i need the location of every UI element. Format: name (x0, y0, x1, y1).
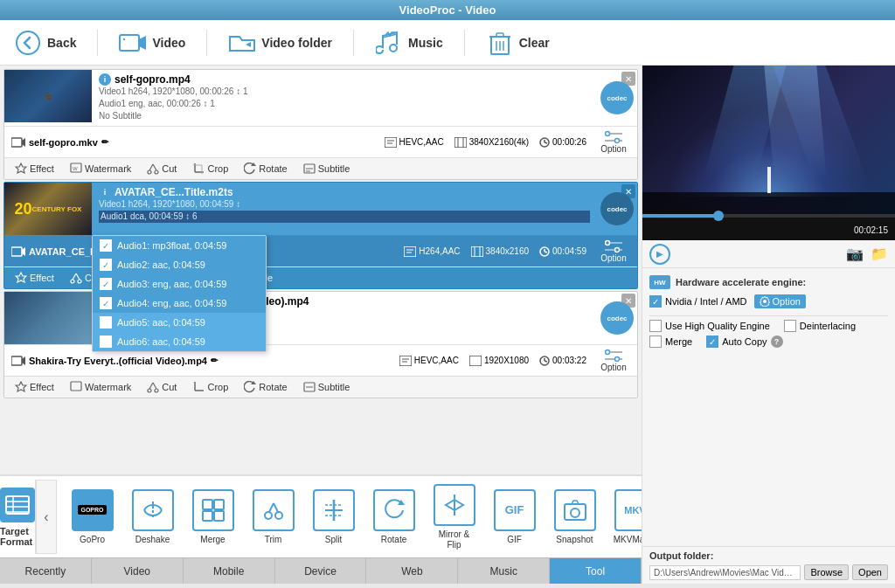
svg-text:W: W (73, 166, 78, 171)
audio-option-6[interactable]: Audio6: aac, 0:04:59 (93, 332, 266, 351)
camera-button[interactable]: 📷 (846, 246, 864, 262)
sep4 (464, 30, 465, 56)
tab-web[interactable]: Web (366, 558, 458, 584)
effect-btn-1[interactable]: Effect (8, 160, 61, 177)
format-nav-left[interactable]: ‹ (36, 480, 57, 554)
format-item-rotate[interactable]: Rotate (365, 489, 422, 545)
subtitle-btn-1[interactable]: Subtitle (296, 160, 357, 177)
option-button-3[interactable]: Option (597, 349, 630, 372)
format-item-trim[interactable]: Trim (245, 489, 302, 545)
watermark-btn-3[interactable]: Watermark (63, 378, 138, 396)
format-item-mkvmaker[interactable]: MKV MKVMaker (607, 489, 642, 545)
format-target-icon (0, 488, 35, 522)
codec-button-3[interactable]: codec (600, 301, 634, 335)
svg-line-103 (268, 503, 274, 513)
effect-btn-3[interactable]: Effect (8, 378, 61, 396)
video-button[interactable]: Video (119, 29, 185, 57)
tab-device[interactable]: Device (275, 558, 367, 584)
video-stream-2: Video1 h264, 1920*1080, 00:04:59 ↕ (99, 198, 590, 211)
autocopy-checkbox-label[interactable]: Auto Copy ? (706, 336, 782, 348)
output-props-2: H264,AAC 3840x2160 00:04:59 (404, 246, 586, 257)
format-item-mirror-flip[interactable]: Mirror &Flip (426, 484, 482, 550)
svg-rect-8 (496, 33, 503, 37)
crop-btn-3[interactable]: Crop (185, 378, 235, 396)
merge-checkbox-label[interactable]: Merge (649, 336, 692, 348)
audio-stream-2: Audio1 dca, 00:04:59 ↕ 6 (99, 211, 590, 223)
video-label: Video (152, 36, 185, 50)
svg-line-59 (76, 273, 80, 280)
edit-icon-3[interactable]: ✏ (211, 356, 218, 365)
format-item-gif[interactable]: GIF GIF (486, 489, 543, 545)
hw-option-button[interactable]: Option (754, 294, 806, 308)
audio-option-1[interactable]: Audio1: mp3float, 0:04:59 (93, 236, 266, 255)
format-scroll: ‹ GOPRO GoPro Deshake (36, 480, 642, 554)
svg-point-78 (615, 357, 620, 362)
effect-btn-2[interactable]: Effect (8, 269, 61, 287)
codec-section-2: codec (597, 183, 637, 235)
deinterlacing-checkbox-label[interactable]: Deinterlacing (784, 320, 856, 332)
subtitle-1: No Subtitle (99, 110, 590, 122)
video-folder-button[interactable]: Video folder (228, 29, 332, 57)
autocopy-checkbox (706, 336, 718, 348)
format-item-snapshot[interactable]: Snapshot (546, 489, 603, 545)
option-label-2: Option (600, 253, 626, 263)
bottom-tabs: Recently Video Mobile Device Web Music T… (0, 557, 642, 584)
edit-icon-1[interactable]: ✏ (101, 137, 108, 147)
edit-toolbar-3: Effect Watermark Cut Crop (4, 376, 637, 398)
left-panel: ✕ 🎥 i self-gopro.mp4 (0, 66, 642, 584)
tab-recently[interactable]: Recently (0, 558, 92, 584)
preview-area: 00:02:15 (642, 66, 895, 240)
format-icon-rotate (373, 489, 415, 531)
format-item-merge[interactable]: Merge (184, 489, 241, 545)
option-button-2[interactable]: Option (597, 239, 630, 263)
audio-option-5[interactable]: Audio5: aac, 0:04:59 (93, 313, 266, 332)
folder-button[interactable]: 📁 (871, 246, 888, 262)
svg-rect-13 (385, 137, 397, 148)
rotate-btn-3[interactable]: Rotate (237, 378, 294, 396)
thumb-avatar: 20CENTURY FOX (4, 183, 92, 235)
format-label-gif: GIF (507, 535, 522, 545)
clear-label: Clear (519, 36, 550, 50)
video-title-1: i self-gopro.mp4 (99, 73, 590, 86)
clear-button[interactable]: Clear (486, 29, 550, 57)
audio-option-4[interactable]: Audio4: eng, aac, 0:04:59 (93, 294, 266, 313)
browse-button[interactable]: Browse (804, 564, 849, 580)
tab-video[interactable]: Video (92, 558, 184, 584)
format-item-deshake[interactable]: Deshake (124, 489, 181, 545)
svg-rect-68 (11, 356, 22, 365)
preview-time: 00:02:15 (854, 225, 888, 235)
autocopy-question-icon[interactable]: ? (771, 336, 783, 348)
preview-progress-fill (642, 214, 718, 218)
tab-tool[interactable]: Tool (550, 558, 642, 584)
format-item-split[interactable]: Split (305, 489, 362, 545)
format-label-deshake: Deshake (135, 535, 170, 545)
nvidia-checkbox-label[interactable]: Nvidia / Intel / AMD (649, 295, 747, 308)
tab-music[interactable]: Music (458, 558, 550, 584)
music-button[interactable]: Music (375, 29, 443, 57)
crop-btn-1[interactable]: Crop (185, 160, 235, 177)
cut-btn-1[interactable]: Cut (140, 160, 184, 177)
quality-checkbox (649, 320, 662, 332)
format-label-rotate: Rotate (381, 535, 406, 545)
format-item-gopro[interactable]: GOPRO GoPro (64, 489, 121, 545)
watermark-btn-1[interactable]: W Watermark (63, 160, 138, 177)
codec-button-2[interactable]: codec (600, 192, 634, 225)
codec-button-1[interactable]: codec (600, 81, 634, 114)
audio-option-3[interactable]: Audio3: eng, aac, 0:04:59 (93, 274, 266, 294)
subtitle-btn-3[interactable]: Subtitle (296, 378, 357, 396)
back-button[interactable]: Back (14, 29, 76, 57)
clear-icon (486, 29, 514, 57)
quality-checkbox-label[interactable]: Use High Quality Engine (649, 320, 770, 332)
hw-icon: HW (649, 275, 670, 289)
option-button-1[interactable]: Option (597, 130, 630, 154)
audio-option-2[interactable]: Audio2: aac, 0:04:59 (93, 255, 266, 274)
preview-progress[interactable] (642, 214, 895, 218)
open-button[interactable]: Open (852, 564, 888, 580)
play-button[interactable]: ▶ (649, 244, 670, 265)
rotate-btn-1[interactable]: Rotate (237, 160, 294, 177)
codec-label-1: codec (607, 94, 627, 102)
cut-btn-3[interactable]: Cut (140, 378, 184, 396)
tab-mobile[interactable]: Mobile (184, 558, 275, 584)
svg-point-22 (606, 132, 610, 136)
svg-point-53 (615, 248, 620, 252)
